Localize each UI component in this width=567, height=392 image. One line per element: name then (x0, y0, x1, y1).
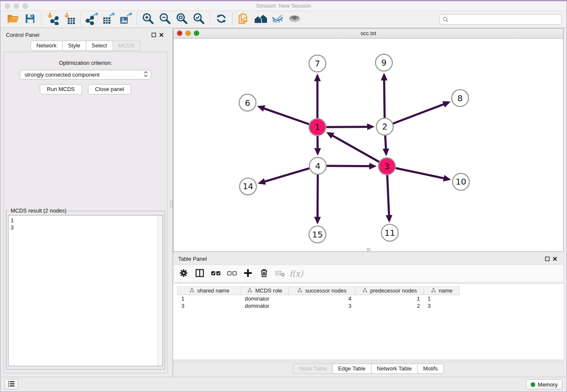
import-network-button[interactable] (44, 12, 61, 27)
cell-predecessor-nodes[interactable]: 2 (355, 302, 424, 309)
cell-name[interactable]: 3 (424, 302, 460, 309)
close-panel-button[interactable] (157, 31, 165, 38)
hide-selected-button[interactable] (269, 12, 286, 27)
first-neighbors-button[interactable] (252, 12, 269, 27)
export-image-button[interactable] (117, 12, 134, 27)
node-table-container: shared nameMCDS rolesuccessor nodesprede… (173, 283, 564, 359)
close-mcds-panel-button[interactable]: Close panel (88, 84, 132, 94)
table-settings-button[interactable] (176, 266, 191, 281)
table-tab-node-table[interactable]: Node Table (293, 364, 333, 374)
graph-node-14[interactable]: 14 (239, 178, 256, 195)
column-header-shared-name[interactable]: shared name (178, 287, 241, 295)
graph-edge-3-10[interactable] (387, 166, 449, 179)
table-row[interactable]: 1dominator411 (178, 295, 460, 302)
cell-MCDS-role[interactable]: dominator (241, 295, 289, 302)
graph-node-2[interactable]: 2 (376, 118, 393, 135)
memory-button[interactable]: Memory (526, 379, 562, 389)
export-table-button[interactable] (100, 12, 117, 27)
import-table-button[interactable] (61, 12, 78, 27)
table-row[interactable]: 3dominator323 (178, 302, 460, 309)
plus-icon (242, 268, 253, 280)
tab-style[interactable]: Style (62, 41, 86, 51)
task-history-button[interactable] (5, 379, 18, 389)
graph-edge-3-1[interactable] (328, 133, 387, 166)
graph-node-4[interactable]: 4 (309, 157, 326, 174)
column-header-name[interactable]: name (424, 287, 460, 295)
node-table[interactable]: shared nameMCDS rolesuccessor nodesprede… (177, 286, 460, 309)
close-icon (159, 33, 164, 37)
cell-shared-name[interactable]: 3 (178, 302, 241, 309)
float-panel-button[interactable] (150, 31, 157, 38)
table-panel-header: Table Panel (173, 254, 564, 264)
delete-table-button[interactable] (272, 266, 288, 281)
close-window-button[interactable] (5, 3, 10, 9)
open-session-button[interactable] (5, 12, 22, 27)
minimize-window-button[interactable] (14, 3, 19, 9)
graph-node-11[interactable]: 11 (381, 224, 398, 241)
export-network-button[interactable] (83, 12, 100, 27)
tab-network[interactable]: Network (30, 41, 63, 51)
zoom-selected-button[interactable] (190, 12, 207, 27)
new-network-from-selection-button[interactable] (235, 12, 252, 27)
graph-edge-2-8[interactable] (385, 102, 449, 127)
graph-node-10[interactable]: 10 (452, 174, 469, 190)
attribute-icon (362, 287, 368, 294)
float-table-panel-button[interactable] (543, 255, 551, 262)
network-from-selection-icon (237, 12, 250, 26)
cell-successor-nodes[interactable]: 4 (289, 295, 355, 302)
tab-mcds[interactable]: MCDS (113, 41, 140, 51)
delete-table-icon (274, 268, 286, 280)
show-all-button[interactable] (286, 12, 303, 27)
refresh-icon (215, 13, 227, 26)
network-close-button[interactable]: ✕ (177, 30, 182, 36)
column-header-successor-nodes[interactable]: successor nodes (289, 287, 355, 295)
network-canvas[interactable]: 7968124314101511 (173, 39, 563, 251)
graph-node-1[interactable]: 1 (309, 119, 326, 135)
cell-shared-name[interactable]: 1 (178, 295, 241, 302)
deselect-all-columns-button[interactable] (224, 266, 239, 281)
table-tab-network-table[interactable]: Network Table (371, 364, 418, 374)
graph-edge-1-6[interactable] (259, 107, 317, 127)
svg-text:7: 7 (315, 59, 320, 69)
run-mcds-button[interactable]: Run MCDS (40, 84, 82, 94)
criterion-select[interactable]: strongly connected component (20, 70, 151, 80)
function-builder-button[interactable]: f(x) (289, 266, 304, 281)
result-scrollbar[interactable] (157, 215, 162, 366)
zoom-in-button[interactable] (140, 12, 157, 27)
graph-node-15[interactable]: 15 (309, 226, 326, 243)
cell-MCDS-role[interactable]: dominator (241, 302, 289, 309)
graph-node-8[interactable]: 8 (451, 90, 468, 107)
zoom-fit-button[interactable] (173, 12, 190, 27)
column-header-MCDS-role[interactable]: MCDS role (241, 287, 289, 295)
column-header-predecessor-nodes[interactable]: predecessor nodes (355, 287, 424, 295)
network-maximize-button[interactable]: + (194, 30, 199, 36)
refresh-button[interactable] (213, 12, 230, 27)
graph-node-6[interactable]: 6 (239, 94, 256, 111)
cell-successor-nodes[interactable]: 3 (289, 302, 355, 309)
add-column-button[interactable] (240, 266, 256, 281)
graph-edge-4-14[interactable] (260, 166, 318, 183)
window-resize-handle[interactable] (367, 248, 370, 251)
panel-splitter[interactable] (170, 30, 173, 377)
cell-predecessor-nodes[interactable]: 1 (355, 295, 424, 302)
graph-node-3[interactable]: 3 (378, 158, 395, 175)
zoom-out-button[interactable] (157, 12, 173, 27)
mcds-panel: Optimization criterion: strongly connect… (3, 52, 168, 373)
graph-node-7[interactable]: 7 (309, 55, 326, 72)
save-session-button[interactable] (22, 12, 39, 27)
network-minimize-button[interactable]: − (185, 30, 191, 36)
search-input[interactable] (440, 14, 561, 25)
graph-node-9[interactable]: 9 (375, 54, 392, 71)
splitter-grip-icon[interactable] (170, 200, 173, 208)
table-tab-motifs[interactable]: Motifs (417, 364, 444, 374)
close-table-panel-button[interactable] (551, 255, 559, 262)
column-layout-button[interactable] (192, 266, 207, 281)
maximize-window-button[interactable] (22, 3, 28, 9)
mcds-result-box[interactable]: 1 3 (8, 215, 163, 366)
table-tab-edge-table[interactable]: Edge Table (332, 364, 372, 374)
delete-column-button[interactable] (256, 266, 272, 281)
tab-select[interactable]: Select (86, 41, 113, 51)
svg-text:15: 15 (312, 230, 323, 240)
select-all-columns-button[interactable] (208, 266, 223, 281)
cell-name[interactable]: 1 (424, 295, 460, 302)
